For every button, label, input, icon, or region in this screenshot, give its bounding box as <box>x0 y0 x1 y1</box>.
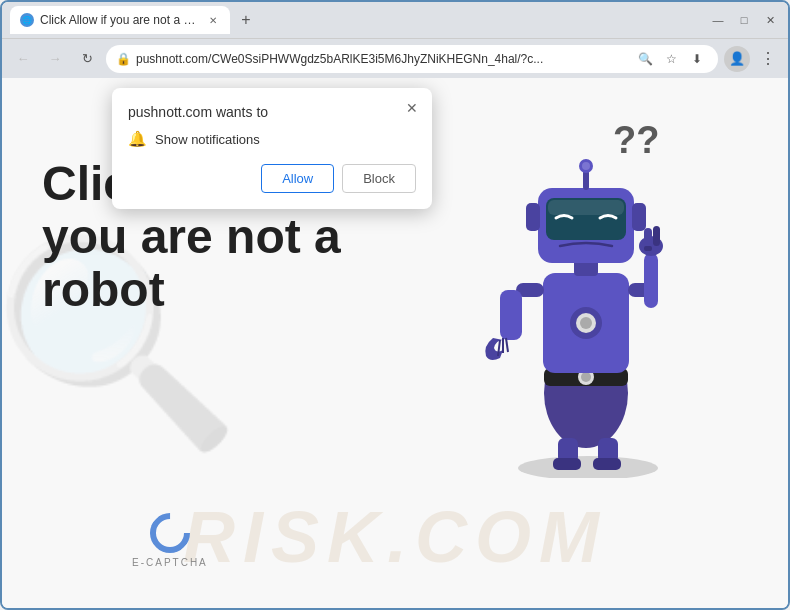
forward-button[interactable]: → <box>42 46 68 72</box>
maximize-button[interactable]: □ <box>734 10 754 30</box>
captcha-logo: E-CAPTCHA <box>132 513 208 568</box>
svg-rect-22 <box>526 203 540 231</box>
popup-buttons: Allow Block <box>128 164 416 193</box>
svg-point-9 <box>580 317 592 329</box>
browser-window: 🌐 Click Allow if you are not a robot ✕ +… <box>0 0 790 610</box>
svg-rect-23 <box>632 203 646 231</box>
lock-icon: 🔒 <box>116 52 130 66</box>
window-controls: — □ ✕ <box>708 10 780 30</box>
tab-title: Click Allow if you are not a robot <box>40 13 195 27</box>
popup-close-button[interactable]: ✕ <box>402 98 422 118</box>
url-bar[interactable]: 🔒 pushnott.com/CWe0SsiPHWWgdz5bARlKE3i5M… <box>106 45 718 73</box>
new-tab-button[interactable]: + <box>234 8 258 32</box>
notification-text: Show notifications <box>155 132 260 147</box>
svg-rect-17 <box>644 246 652 251</box>
svg-point-0 <box>518 456 658 478</box>
title-bar: 🌐 Click Allow if you are not a robot ✕ +… <box>2 2 788 38</box>
allow-button[interactable]: Allow <box>261 164 334 193</box>
svg-point-26 <box>582 162 590 170</box>
menu-button[interactable]: ⋮ <box>756 47 780 70</box>
bookmark-icon[interactable]: ☆ <box>660 48 682 70</box>
popup-notification-row: 🔔 Show notifications <box>128 130 416 148</box>
svg-point-5 <box>581 372 591 382</box>
svg-text:??: ?? <box>613 119 659 161</box>
svg-rect-21 <box>548 200 624 215</box>
bell-icon: 🔔 <box>128 130 147 148</box>
svg-rect-11 <box>500 290 522 340</box>
svg-rect-13 <box>644 253 658 308</box>
url-actions: 🔍 ☆ ⬇ <box>634 48 708 70</box>
search-icon[interactable]: 🔍 <box>634 48 656 70</box>
robot-illustration: ?? <box>448 98 728 478</box>
minimize-button[interactable]: — <box>708 10 728 30</box>
address-bar: ← → ↻ 🔒 pushnott.com/CWe0SsiPHWWgdz5bARl… <box>2 38 788 78</box>
tab-close-button[interactable]: ✕ <box>205 12 220 28</box>
browser-tab[interactable]: 🌐 Click Allow if you are not a robot ✕ <box>10 6 230 34</box>
download-icon[interactable]: ⬇ <box>686 48 708 70</box>
close-button[interactable]: ✕ <box>760 10 780 30</box>
url-text: pushnott.com/CWe0SsiPHWWgdz5bARlKE3i5M6J… <box>136 52 628 66</box>
svg-rect-16 <box>653 226 660 246</box>
svg-rect-30 <box>593 458 621 470</box>
popup-title: pushnott.com wants to <box>128 104 416 120</box>
notification-popup: ✕ pushnott.com wants to 🔔 Show notificat… <box>112 88 432 209</box>
captcha-c-icon <box>142 505 199 562</box>
profile-button[interactable]: 👤 <box>724 46 750 72</box>
captcha-label: E-CAPTCHA <box>132 557 208 568</box>
page-content: 🔍 RISK.COM Click Allow if you are not a … <box>2 78 788 608</box>
heading-line3: robot <box>42 264 341 317</box>
tab-favicon: 🌐 <box>20 13 34 27</box>
refresh-button[interactable]: ↻ <box>74 46 100 72</box>
heading-line2: you are not a <box>42 211 341 264</box>
watermark-text: RISK.COM <box>183 496 607 578</box>
tab-area: 🌐 Click Allow if you are not a robot ✕ + <box>10 2 702 38</box>
back-button[interactable]: ← <box>10 46 36 72</box>
svg-rect-28 <box>553 458 581 470</box>
block-button[interactable]: Block <box>342 164 416 193</box>
